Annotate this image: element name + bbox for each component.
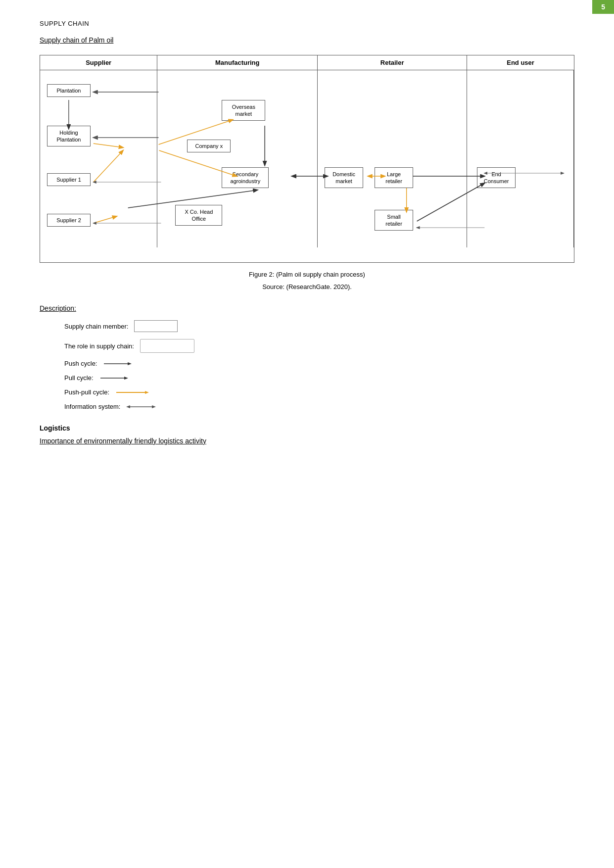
pull-cycle-arrow xyxy=(99,375,129,382)
header-enduser: End user xyxy=(467,55,574,70)
header-retailer: Retailer xyxy=(318,55,467,70)
section-title: SUPPLY CHAIN xyxy=(40,20,574,27)
legend-supply-chain-member-box xyxy=(134,320,178,332)
node-holding-plantation: Holding Plantation xyxy=(47,126,91,146)
svg-marker-27 xyxy=(126,405,130,408)
retailer-section: Domestic market Large retailer Small ret… xyxy=(318,70,467,247)
legend-push-pull-cycle: Push-pull cycle: xyxy=(64,388,574,396)
node-small-retailer: Small retailer xyxy=(375,210,413,231)
legend-supply-chain-member: Supply chain member: xyxy=(64,320,574,332)
node-plantation: Plantation xyxy=(47,84,91,97)
info-system-arrow xyxy=(126,403,156,410)
legend-pull-label: Pull cycle: xyxy=(64,374,94,382)
node-x-co-head-office: X Co. Head Office xyxy=(175,205,222,226)
header-supplier: Supplier xyxy=(40,55,157,70)
page-number: 5 xyxy=(592,0,614,14)
node-supplier2: Supplier 2 xyxy=(47,214,91,227)
legend-push-pull-label: Push-pull cycle: xyxy=(64,388,109,396)
svg-marker-26 xyxy=(152,405,156,408)
source-text: Source: (ResearchGate. 2020). xyxy=(40,283,574,290)
enduser-section: End Consumer xyxy=(467,70,574,247)
legend-pull-cycle: Pull cycle: xyxy=(64,374,574,382)
logistics-subtitle: Importance of environmentally friendly l… xyxy=(40,437,574,445)
figure-caption: Figure 2: (Palm oil supply chain process… xyxy=(40,271,574,278)
header-manufacturing: Manufacturing xyxy=(157,55,318,70)
logistics-title: Logistics xyxy=(40,424,574,432)
manufacturing-section: Company x Overseas market Secondary agro… xyxy=(157,70,318,247)
node-secondary-agroindustry: Secondary agroindustry xyxy=(222,167,269,188)
legend-push-label: Push cycle: xyxy=(64,360,97,367)
legend-information-system: Information system: xyxy=(64,403,574,410)
svg-marker-22 xyxy=(124,377,128,380)
node-overseas-market: Overseas market xyxy=(222,100,265,121)
svg-marker-24 xyxy=(145,391,149,394)
node-supplier1: Supplier 1 xyxy=(47,173,91,186)
subsection-title: Supply chain of Palm oil xyxy=(40,36,574,44)
diagram-headers: Supplier Manufacturing Retailer End user xyxy=(40,55,574,70)
svg-marker-20 xyxy=(128,362,132,365)
legend-push-cycle: Push cycle: xyxy=(64,360,574,367)
legend-supply-chain-member-label: Supply chain member: xyxy=(64,323,128,330)
node-company-x: Company x xyxy=(187,140,231,152)
diagram-body: Plantation Holding Plantation Supplier 1… xyxy=(40,70,574,247)
legend-role-in-supply-chain: The role in supply chain: xyxy=(64,339,574,353)
node-end-consumer: End Consumer xyxy=(477,167,516,188)
description-title: Description: xyxy=(40,304,574,312)
node-large-retailer: Large retailer xyxy=(375,167,413,188)
supplier-section: Plantation Holding Plantation Supplier 1… xyxy=(40,70,157,247)
supply-chain-diagram: Supplier Manufacturing Retailer End user… xyxy=(40,55,574,263)
legend-role-box xyxy=(140,339,194,353)
push-pull-cycle-arrow xyxy=(115,389,150,396)
description-list: Supply chain member: The role in supply … xyxy=(64,320,574,410)
push-cycle-arrow xyxy=(103,360,133,367)
legend-role-label: The role in supply chain: xyxy=(64,342,134,350)
legend-info-label: Information system: xyxy=(64,403,120,410)
node-domestic-market: Domestic market xyxy=(325,167,363,188)
